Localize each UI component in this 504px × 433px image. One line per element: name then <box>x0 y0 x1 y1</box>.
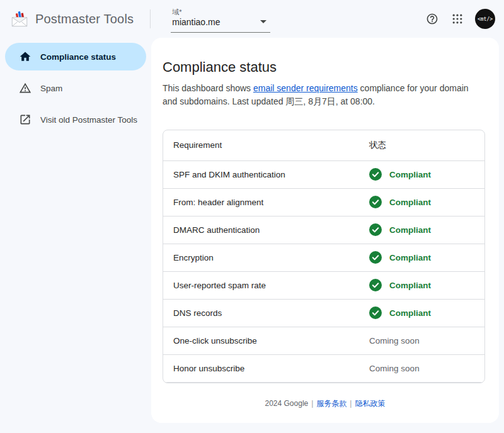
home-icon <box>19 50 32 63</box>
avatar[interactable]: <mt/> <box>475 9 495 29</box>
app-title: Postmaster Tools <box>35 12 134 26</box>
postmaster-logo-icon <box>10 10 29 28</box>
sidebar: Compliance status Spam Visit old Postmas… <box>0 38 151 433</box>
status-cell: Coming soon <box>359 354 484 382</box>
table-row: From: header alignment Compliant <box>163 188 484 216</box>
sidebar-item-visit-old-postmaster-tools[interactable]: Visit old Postmaster Tools <box>5 106 146 133</box>
status-cell: Compliant <box>359 160 484 188</box>
table-header-row: Requirement 状态 <box>163 130 484 160</box>
footer-copyright: 2024 Google <box>265 399 309 408</box>
footer: 2024 Google|服务条款|隐私政策 <box>151 387 499 423</box>
page-title: Compliance status <box>163 59 485 76</box>
status-cell: Compliant <box>359 271 484 299</box>
page-description: This dashboard shows email sender requir… <box>163 82 485 108</box>
table-body: SPF and DKIM authentication Compliant <box>163 160 484 382</box>
description-prefix: This dashboard shows <box>163 83 253 93</box>
requirement-cell: Honor unsubscribe <box>163 354 359 382</box>
domain-selector-value: miantiao.me <box>172 17 220 27</box>
sidebar-item-label: Spam <box>40 84 62 93</box>
status-cell: Compliant <box>359 188 484 216</box>
domain-selector-label: 域* <box>172 8 269 16</box>
footer-link-terms[interactable]: 服务条款 <box>316 399 346 408</box>
status-cell: Compliant <box>359 216 484 244</box>
footer-separator: | <box>350 399 352 408</box>
footer-link-privacy[interactable]: 隐私政策 <box>355 399 385 408</box>
help-icon <box>426 13 438 25</box>
email-sender-requirements-link[interactable]: email sender requirements <box>253 83 358 93</box>
table-row: One-click unsubscribe Coming soon <box>163 327 484 354</box>
main-content-card: Compliance status This dashboard shows e… <box>151 38 499 423</box>
status-text: Compliant <box>389 225 431 235</box>
domain-selector[interactable]: 域* miantiao.me <box>171 6 270 33</box>
warning-icon <box>19 82 32 94</box>
sidebar-item-label: Visit old Postmaster Tools <box>40 115 137 125</box>
requirement-cell: One-click unsubscribe <box>163 327 359 354</box>
status-cell: Compliant <box>359 299 484 327</box>
requirement-cell: Encryption <box>163 244 359 271</box>
check-circle-icon <box>369 223 382 236</box>
table-row: SPF and DKIM authentication Compliant <box>163 160 484 188</box>
table-row: DMARC authentication Compliant <box>163 216 484 244</box>
table-row: Encryption Compliant <box>163 244 484 271</box>
check-circle-icon <box>369 279 382 291</box>
app-header: Postmaster Tools 域* miantiao.me <mt/> <box>0 0 504 38</box>
column-header-requirement: Requirement <box>163 130 359 160</box>
compliance-table: Requirement 状态 SPF and DKIM authenticati… <box>163 130 485 383</box>
table-row: User-reported spam rate Compliant <box>163 271 484 299</box>
status-text: Coming soon <box>369 336 420 346</box>
help-button[interactable] <box>420 6 445 31</box>
sidebar-item-spam[interactable]: Spam <box>5 74 146 102</box>
header-divider <box>150 9 151 28</box>
status-text: Compliant <box>389 170 431 179</box>
requirement-cell: DNS records <box>163 299 359 327</box>
footer-separator: | <box>311 399 313 408</box>
status-text: Compliant <box>389 281 431 290</box>
table-row: Honor unsubscribe Coming soon <box>163 354 484 382</box>
sidebar-item-compliance-status[interactable]: Compliance status <box>5 43 146 70</box>
requirement-cell: User-reported spam rate <box>163 271 359 299</box>
dropdown-arrow-icon <box>260 20 266 23</box>
requirement-cell: SPF and DKIM authentication <box>163 160 359 188</box>
status-cell: Compliant <box>359 244 484 271</box>
status-text: Compliant <box>389 253 431 262</box>
status-text: Coming soon <box>369 364 420 373</box>
app-logo[interactable]: Postmaster Tools <box>10 10 134 28</box>
apps-grid-icon <box>451 13 464 25</box>
avatar-text: <mt/> <box>478 16 493 22</box>
table-row: DNS records Compliant <box>163 299 484 327</box>
requirement-cell: DMARC authentication <box>163 216 359 244</box>
status-text: Compliant <box>389 198 431 207</box>
apps-grid-button[interactable] <box>445 6 470 31</box>
check-circle-icon <box>369 251 382 264</box>
check-circle-icon <box>369 196 382 208</box>
open-in-new-icon <box>19 113 32 126</box>
sidebar-item-label: Compliance status <box>40 52 116 62</box>
check-circle-icon <box>369 306 382 319</box>
requirement-cell: From: header alignment <box>163 188 359 216</box>
status-text: Compliant <box>389 308 431 318</box>
column-header-status: 状态 <box>359 130 484 160</box>
status-cell: Coming soon <box>359 327 484 354</box>
check-circle-icon <box>369 168 382 181</box>
